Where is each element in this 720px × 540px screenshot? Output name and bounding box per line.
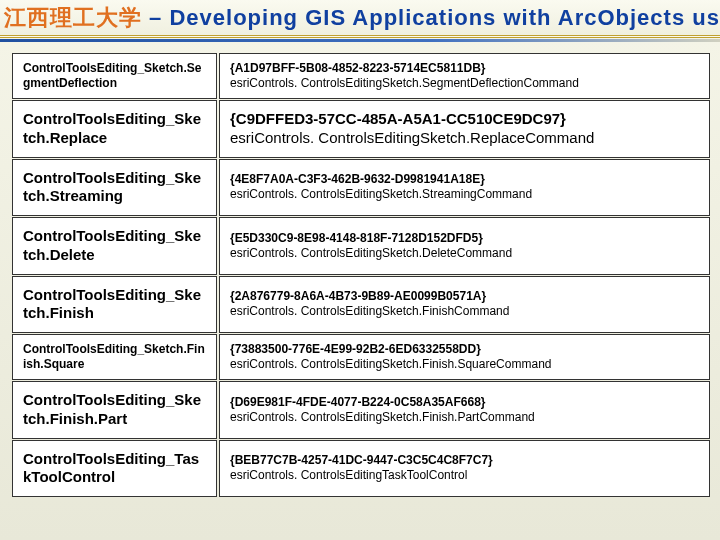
- command-name-cell: ControlToolsEditing_Sketch.Streaming: [12, 159, 217, 217]
- title-separator: –: [142, 5, 169, 30]
- command-class: esriControls. ControlsEditingSketch.Segm…: [230, 76, 699, 91]
- command-name-cell: ControlToolsEditing_Sketch.Delete: [12, 217, 217, 275]
- command-details-cell: {C9DFFED3-57CC-485A-A5A1-CC510CE9DC97}es…: [219, 100, 710, 158]
- table-row: ControlToolsEditing_Sketch.Delete{E5D330…: [12, 217, 710, 275]
- command-details-cell: {2A876779-8A6A-4B73-9B89-AE0099B0571A}es…: [219, 276, 710, 334]
- command-name-cell: ControlToolsEditing_Sketch.Replace: [12, 100, 217, 158]
- command-guid: {2A876779-8A6A-4B73-9B89-AE0099B0571A}: [230, 289, 699, 304]
- command-details-cell: {BEB77C7B-4257-41DC-9447-C3C5C4C8F7C7}es…: [219, 440, 710, 498]
- command-guid: {C9DFFED3-57CC-485A-A5A1-CC510CE9DC97}: [230, 110, 699, 129]
- table-row: ControlToolsEditing_Sketch.Finish.Square…: [12, 334, 710, 380]
- command-details-cell: {E5D330C9-8E98-4148-818F-7128D152DFD5}es…: [219, 217, 710, 275]
- table-row: ControlToolsEditing_Sketch.Streaming{4E8…: [12, 159, 710, 217]
- command-name-cell: ControlToolsEditing_Sketch.Finish.Part: [12, 381, 217, 439]
- command-name-cell: ControlToolsEditing_TaskToolControl: [12, 440, 217, 498]
- table-row: ControlToolsEditing_Sketch.Finish{2A8767…: [12, 276, 710, 334]
- command-details-cell: {D69E981F-4FDE-4077-B224-0C58A35AF668}es…: [219, 381, 710, 439]
- command-class: esriControls. ControlsEditingSketch.Dele…: [230, 246, 699, 261]
- title-text: Developing GIS Applications with ArcObje…: [169, 5, 720, 30]
- command-name-cell: ControlToolsEditing_Sketch.Finish: [12, 276, 217, 334]
- slide-header: 江西理工大学 – Developing GIS Applications wit…: [0, 0, 720, 38]
- command-details-cell: {4E8F7A0A-C3F3-462B-9632-D9981941A18E}es…: [219, 159, 710, 217]
- table-row: ControlToolsEditing_Sketch.SegmentDeflec…: [12, 53, 710, 99]
- table-row: ControlToolsEditing_Sketch.Replace{C9DFF…: [12, 100, 710, 158]
- command-class: esriControls. ControlsEditingSketch.Fini…: [230, 410, 699, 425]
- command-guid: {BEB77C7B-4257-41DC-9447-C3C5C4C8F7C7}: [230, 453, 699, 468]
- command-guid: {E5D330C9-8E98-4148-818F-7128D152DFD5}: [230, 231, 699, 246]
- command-class: esriControls. ControlsEditingSketch.Stre…: [230, 187, 699, 202]
- command-class: esriControls. ControlsEditingSketch.Repl…: [230, 129, 699, 148]
- command-name-cell: ControlToolsEditing_Sketch.Finish.Square: [12, 334, 217, 380]
- table-row: ControlToolsEditing_Sketch.Finish.Part{D…: [12, 381, 710, 439]
- header-title: 江西理工大学 – Developing GIS Applications wit…: [4, 3, 720, 33]
- command-class: esriControls. ControlsEditingSketch.Fini…: [230, 357, 699, 372]
- command-details-cell: {A1D97BFF-5B08-4852-8223-5714EC5811DB}es…: [219, 53, 710, 99]
- command-guid: {A1D97BFF-5B08-4852-8223-5714EC5811DB}: [230, 61, 699, 76]
- table-body: ControlToolsEditing_Sketch.SegmentDeflec…: [12, 53, 710, 497]
- command-guid: {4E8F7A0A-C3F3-462B-9632-D9981941A18E}: [230, 172, 699, 187]
- command-details-cell: {73883500-776E-4E99-92B2-6ED6332558DD}es…: [219, 334, 710, 380]
- table-row: ControlToolsEditing_TaskToolControl{BEB7…: [12, 440, 710, 498]
- commands-table: ControlToolsEditing_Sketch.SegmentDeflec…: [10, 52, 712, 498]
- command-class: esriControls. ControlsEditingTaskToolCon…: [230, 468, 699, 483]
- command-guid: {73883500-776E-4E99-92B2-6ED6332558DD}: [230, 342, 699, 357]
- university-name: 江西理工大学: [4, 5, 142, 30]
- content-area: ControlToolsEditing_Sketch.SegmentDeflec…: [0, 38, 720, 506]
- command-name-cell: ControlToolsEditing_Sketch.SegmentDeflec…: [12, 53, 217, 99]
- command-guid: {D69E981F-4FDE-4077-B224-0C58A35AF668}: [230, 395, 699, 410]
- command-class: esriControls. ControlsEditingSketch.Fini…: [230, 304, 699, 319]
